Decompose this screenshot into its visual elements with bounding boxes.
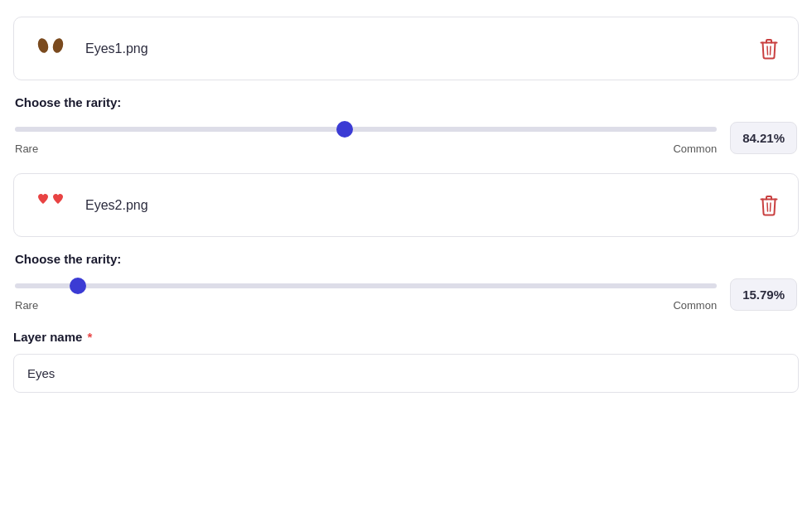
trash-icon-eyes2 xyxy=(760,195,778,216)
item-card-eyes1: Eyes1.png xyxy=(13,17,799,80)
layer-name-label: Layer name * xyxy=(13,330,799,344)
rarity-section-eyes2: Choose the rarity: Rare Common 15.79% xyxy=(13,252,799,312)
delete-button-eyes2[interactable] xyxy=(756,191,781,220)
percentage-badge-eyes1: 84.21% xyxy=(730,122,797,154)
rarity-row-eyes2: Rare Common 15.79% xyxy=(15,278,797,312)
svg-point-0 xyxy=(36,37,50,54)
slider-labels-eyes1: Rare Common xyxy=(15,143,717,155)
delete-button-eyes1[interactable] xyxy=(756,35,781,63)
item-name-eyes1: Eyes1.png xyxy=(85,41,756,56)
rarity-label-eyes1: Choose the rarity: xyxy=(15,95,797,109)
common-label-eyes1: Common xyxy=(673,143,717,155)
slider-track-eyes1[interactable] xyxy=(15,121,717,138)
slider-container-eyes2: Rare Common xyxy=(15,278,717,312)
rare-label-eyes1: Rare xyxy=(15,143,38,155)
slider-container-eyes1: Rare Common xyxy=(15,121,717,155)
trash-icon-eyes1 xyxy=(760,38,778,60)
rarity-label-eyes2: Choose the rarity: xyxy=(15,252,797,266)
item-card-eyes2: Eyes2.png xyxy=(13,173,799,237)
item-icon-eyes2 xyxy=(31,189,70,221)
layer-name-section: Layer name * xyxy=(13,330,799,393)
layer-name-input[interactable] xyxy=(13,354,799,393)
svg-point-1 xyxy=(51,37,65,54)
rare-label-eyes2: Rare xyxy=(15,299,38,312)
common-label-eyes2: Common xyxy=(673,299,717,312)
slider-labels-eyes2: Rare Common xyxy=(15,299,717,312)
rarity-section-eyes1: Choose the rarity: Rare Common 84.21% xyxy=(13,95,799,155)
rarity-row-eyes1: Rare Common 84.21% xyxy=(15,121,797,155)
item-name-eyes2: Eyes2.png xyxy=(85,198,756,213)
slider-track-eyes2[interactable] xyxy=(15,278,717,294)
required-star: * xyxy=(84,330,92,344)
percentage-badge-eyes2: 15.79% xyxy=(730,278,797,311)
item-icon-eyes1 xyxy=(31,32,70,65)
